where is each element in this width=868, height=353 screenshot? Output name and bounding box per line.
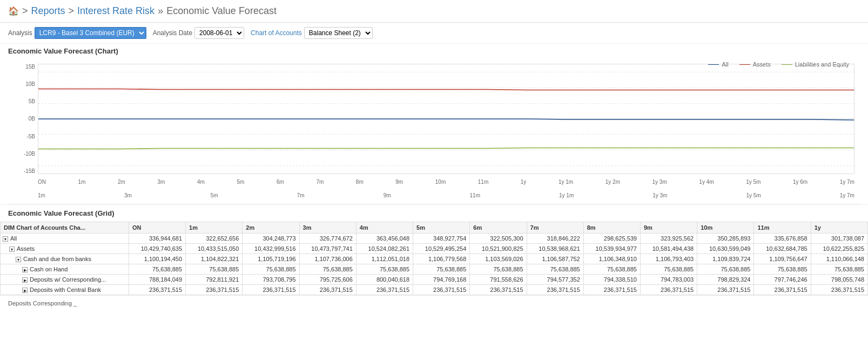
x-label-1m: 1m [78,179,86,185]
cell-value: 10,538,968,621 [527,244,583,254]
cell-value: 1,106,793,403 [640,254,697,264]
chart-of-accounts-link[interactable]: Chart of Accounts [251,29,302,37]
cell-value: 800,040,618 [356,275,413,285]
cell-value: 10,630,599,049 [697,244,754,254]
cell-value: 322,505,300 [470,234,527,244]
breadcrumb-irr[interactable]: Interest Rate Risk [77,5,154,17]
cell-value: 75,638,885 [129,264,185,275]
breadcrumb-reports[interactable]: Reports [31,5,65,17]
cell-value: 797,746,246 [754,275,811,285]
chart-container: All Assets Liabilities and Equity 15B 10… [8,58,860,204]
cell-value: 75,638,885 [697,264,754,275]
cell-value: 10,473,797,741 [299,244,356,254]
analysis-control: Analysis LCR9 - Basel 3 Combined (EUR) [8,27,146,39]
analysis-select[interactable]: LCR9 - Basel 3 Combined (EUR) [35,27,146,39]
cell-value: 75,638,885 [186,264,243,275]
expand-icon[interactable]: ▼ [3,236,8,242]
cell-value: 794,783,003 [640,275,697,285]
x-bot-3m: 3m [124,192,132,198]
cell-value: 798,829,324 [697,275,754,285]
cell-value: 792,811,921 [186,275,243,285]
x-label-1y3m: 1y 3m [652,179,667,185]
cell-value: 236,371,515 [697,285,754,295]
header: 🏠 > Reports > Interest Rate Risk » Econo… [0,0,868,23]
cell-value: 318,846,222 [527,234,583,244]
col-header-5m: 5m [413,222,470,234]
cell-value: 336,944,681 [129,234,185,244]
expand-icon[interactable]: ▶ [22,277,28,283]
cell-value: 335,676,858 [754,234,811,244]
x-label-on: ON [38,179,46,185]
cell-value: 75,638,885 [640,264,697,275]
x-label-10m: 10m [435,179,446,185]
data-table-wrapper[interactable]: DIM Chart of Accounts Cha... ON 1m 2m 3m… [0,222,868,295]
col-header-11m: 11m [754,222,811,234]
cell-value: 75,638,885 [754,264,811,275]
col-header-2m: 2m [243,222,299,234]
cell-value: 10,539,934,977 [583,244,640,254]
cell-value: 75,638,885 [470,264,527,275]
cell-value: 236,371,515 [640,285,697,295]
x-bot-11m: 11m [470,192,480,198]
bottom-bar: Deposits Corresponding _ [0,295,868,311]
x-bot-1y7m: 1y 7m [840,192,854,198]
cell-value: 75,638,885 [243,264,299,275]
expand-icon[interactable]: ▶ [22,288,28,293]
y-label-15b: 15B [25,64,35,70]
cell-value: 1,107,736,006 [299,254,356,264]
cell-value: 10,521,900,825 [470,244,527,254]
expand-icon[interactable]: ▶ [22,267,28,272]
table-row: ▶Deposits w/ Corresponding...788,184,049… [1,275,868,285]
cell-value: 1,104,822,321 [186,254,243,264]
analysis-date-select[interactable]: 2008-06-01 [194,27,244,39]
col-header-8m: 8m [583,222,640,234]
expand-icon[interactable]: ▼ [16,257,21,262]
expand-icon[interactable]: ▼ [9,247,15,252]
col-header-3m: 3m [299,222,356,234]
cell-value: 1,109,756,647 [754,254,811,264]
row-label: Deposits with Central Bank [30,287,101,293]
controls-bar: Analysis LCR9 - Basel 3 Combined (EUR) A… [0,23,868,44]
cell-value: 236,371,515 [356,285,413,295]
cell-value: 1,106,587,752 [527,254,583,264]
cell-value: 304,248,773 [243,234,299,244]
y-label-neg15b: -15B [24,168,35,174]
x-bot-9m: 9m [383,192,391,198]
cell-value: 236,371,515 [129,285,185,295]
x-label-1y2m: 1y 2m [605,179,620,185]
chart-of-accounts-select[interactable]: Balance Sheet (2) [304,27,373,39]
cell-value: 322,652,656 [186,234,243,244]
table-row: ▶Cash on Hand75,638,88575,638,88575,638,… [1,264,868,275]
x-label-7m: 7m [316,179,324,185]
x-axis-top: ON 1m 2m 3m 4m 5m 6m 7m 8m 9m 10m 11m 1y… [38,179,854,185]
x-bot-1y5m: 1y 5m [746,192,761,198]
chart-section-title: Economic Value Forecast (Chart) [0,44,868,58]
x-label-1y1m: 1y 1m [559,179,573,185]
cell-value: 1,109,839,724 [697,254,754,264]
cell-value: 236,371,515 [413,285,470,295]
cell-value: 236,371,515 [299,285,356,295]
analysis-date-label: Analysis Date [153,29,192,37]
row-label: Cash and due from banks [23,256,91,262]
table-body: ▼All336,944,681322,652,656304,248,773326… [1,234,868,295]
cell-value: 236,371,515 [470,285,527,295]
x-label-1y4m: 1y 4m [699,179,714,185]
cell-value: 794,769,168 [413,275,470,285]
x-label-1y6m: 1y 6m [793,179,808,185]
cell-value: 1,100,194,450 [129,254,185,264]
cell-value: 75,638,885 [413,264,470,275]
x-label-8m: 8m [356,179,364,185]
y-label-0b: 0B [29,116,35,122]
cell-value: 794,338,510 [583,275,640,285]
x-label-9m: 9m [395,179,403,185]
home-icon[interactable]: 🏠 [8,6,19,16]
x-bot-5m: 5m [211,192,218,198]
cell-value: 236,371,515 [754,285,811,295]
table-row: ▼Assets10,429,740,63510,433,515,05010,43… [1,244,868,254]
row-label: All [10,235,17,242]
cell-value: 326,774,672 [299,234,356,244]
col-header-on: ON [129,222,185,234]
x-label-11m: 11m [478,179,488,185]
cell-value: 10,524,082,261 [356,244,413,254]
table-row: ▼Cash and due from banks1,100,194,4501,1… [1,254,868,264]
